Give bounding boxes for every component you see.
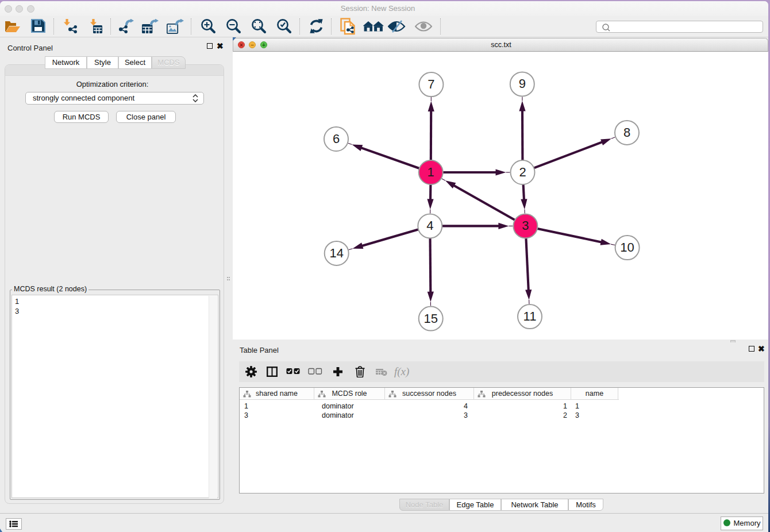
- svg-text:1: 1: [428, 165, 434, 179]
- svg-text:2: 2: [519, 165, 526, 179]
- svg-text:15: 15: [424, 311, 437, 326]
- svg-text:7: 7: [428, 77, 434, 91]
- svg-text:6: 6: [333, 132, 340, 146]
- svg-text:3: 3: [522, 218, 529, 233]
- svg-text:9: 9: [519, 76, 526, 91]
- svg-text:10: 10: [620, 240, 634, 255]
- svg-text:14: 14: [329, 246, 343, 260]
- svg-text:8: 8: [623, 125, 630, 140]
- svg-text:4: 4: [426, 218, 433, 233]
- svg-text:11: 11: [523, 309, 537, 323]
